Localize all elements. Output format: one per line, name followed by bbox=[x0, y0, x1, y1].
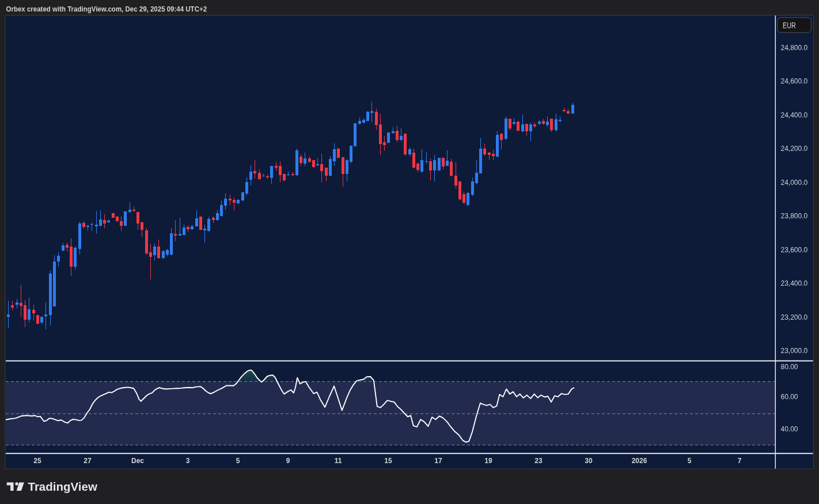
svg-text:5: 5 bbox=[688, 457, 692, 465]
svg-text:23,800.0: 23,800.0 bbox=[781, 212, 808, 220]
svg-text:23: 23 bbox=[534, 457, 543, 465]
svg-text:24,400.0: 24,400.0 bbox=[781, 111, 808, 119]
svg-text:11: 11 bbox=[335, 457, 342, 465]
svg-text:24,200.0: 24,200.0 bbox=[781, 145, 808, 153]
svg-text:23,600.0: 23,600.0 bbox=[781, 246, 808, 254]
svg-text:24,800.0: 24,800.0 bbox=[781, 44, 808, 52]
svg-text:Orbex created with TradingView: Orbex created with TradingView.com, Dec … bbox=[6, 5, 207, 13]
svg-text:60.00: 60.00 bbox=[781, 393, 798, 401]
svg-text:30: 30 bbox=[585, 457, 593, 465]
svg-text:15: 15 bbox=[384, 457, 392, 465]
svg-text:7: 7 bbox=[738, 457, 742, 465]
svg-text:80.00: 80.00 bbox=[781, 363, 798, 371]
svg-text:19: 19 bbox=[484, 457, 492, 465]
svg-text:Dec: Dec bbox=[131, 457, 144, 465]
svg-text:2026: 2026 bbox=[632, 457, 647, 465]
svg-text:40.00: 40.00 bbox=[781, 425, 798, 433]
svg-text:23,000.0: 23,000.0 bbox=[781, 347, 808, 355]
svg-text:23,400.0: 23,400.0 bbox=[781, 279, 808, 287]
svg-text:23,200.0: 23,200.0 bbox=[781, 313, 808, 321]
svg-text:TradingView: TradingView bbox=[28, 480, 97, 493]
svg-text:24,000.0: 24,000.0 bbox=[781, 179, 808, 187]
svg-text:3: 3 bbox=[186, 457, 190, 465]
svg-text:17: 17 bbox=[434, 457, 442, 465]
svg-text:27: 27 bbox=[84, 457, 92, 465]
svg-text:25: 25 bbox=[33, 457, 41, 465]
svg-text:24,600.0: 24,600.0 bbox=[781, 77, 808, 85]
svg-text:9: 9 bbox=[286, 457, 290, 465]
svg-text:EUR: EUR bbox=[783, 21, 796, 31]
svg-text:5: 5 bbox=[236, 457, 240, 465]
